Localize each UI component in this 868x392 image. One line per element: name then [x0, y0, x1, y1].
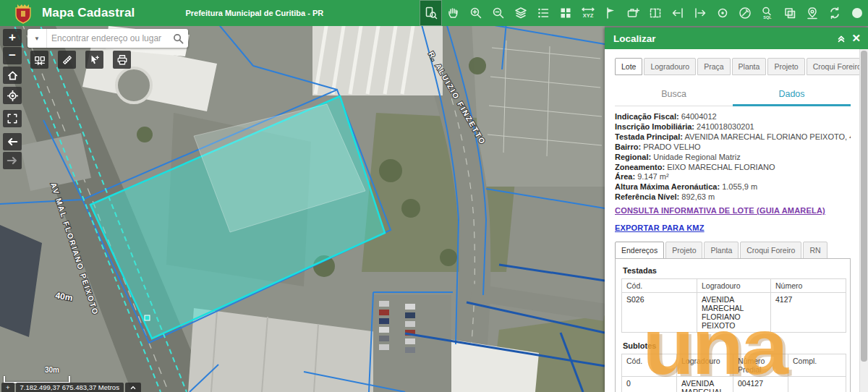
tab-lote[interactable]: Lote	[615, 58, 642, 75]
col-numero-predial: Número Predial	[733, 354, 788, 377]
tab-projeto[interactable]: Projeto	[767, 58, 804, 75]
search-button[interactable]	[168, 29, 188, 48]
search-source-dropdown[interactable]: ▼	[27, 29, 47, 48]
split-screen-icon[interactable]	[644, 0, 666, 26]
double-chevron-up-icon	[836, 33, 846, 43]
legend-list-icon[interactable]	[532, 0, 554, 26]
tab-praca[interactable]: Praça	[697, 58, 730, 75]
map-canvas[interactable]: AV MAL FLORIANO PEIXOTO R. ALUIZIO FINZE…	[0, 26, 605, 392]
ruler-icon	[61, 54, 73, 66]
locate-button[interactable]	[3, 87, 22, 104]
home-button[interactable]	[3, 67, 22, 84]
collapse-right-icon[interactable]	[689, 0, 711, 26]
col-compl: Compl.	[788, 354, 846, 377]
full-extent-button[interactable]	[3, 110, 22, 127]
field-label: Área:	[615, 172, 635, 181]
print-tool-button[interactable]	[113, 51, 131, 69]
back-button[interactable]	[3, 133, 22, 150]
info-icon[interactable]: i	[846, 0, 868, 26]
tab-logradouro[interactable]: Logradouro	[644, 58, 696, 75]
cell: AVENIDA MARECHAL FLORIANO PEIXOTO	[697, 293, 771, 333]
coordinate-expand-button[interactable]	[125, 383, 141, 392]
sublotes-title: Sublotes	[623, 341, 844, 350]
copy-features-icon[interactable]	[778, 0, 801, 26]
tab-croqui-foreiro[interactable]: Croqui Foreiro	[807, 58, 868, 75]
panel-title: Localizar	[613, 33, 831, 44]
xyz-label: XYZ	[582, 12, 593, 19]
tab-planta[interactable]: Planta	[732, 58, 767, 75]
col-cod: Cód.	[622, 354, 677, 377]
add-layers-icon[interactable]	[509, 0, 532, 26]
xyz-coordinates-icon[interactable]: XYZ	[576, 0, 599, 26]
field-value: Unidade Regional Matriz	[653, 153, 740, 161]
tab-planta-lower[interactable]: Planta	[704, 242, 739, 259]
bookmark-flag-icon[interactable]	[599, 0, 621, 26]
busca-dados-tabs: Busca Dados	[615, 84, 851, 106]
target-circle-icon[interactable]	[711, 0, 733, 26]
panel-scrollbar	[859, 49, 868, 392]
collapse-left-icon[interactable]	[666, 0, 689, 26]
swipe-icon	[34, 54, 46, 66]
tab-enderecos[interactable]: Endereços	[615, 242, 664, 259]
coordinate-plus-icon[interactable]: +	[1, 383, 14, 392]
field-value: 9.147 m²	[637, 172, 668, 181]
cell: 4127	[771, 293, 846, 333]
coordinate-readout: 7.182.499,37 675.483,37 Metros	[16, 383, 124, 392]
curitiba-crest-logo	[13, 2, 33, 24]
query-sql-icon[interactable]: SQL	[756, 0, 778, 26]
localizar-panel: Localizar ✕ Lote Logradouro Praça Planta…	[605, 27, 868, 392]
field-label: Testada Principal:	[615, 132, 683, 141]
table-header-row: Cód. Logradouro Número	[622, 279, 846, 293]
col-numero: Número	[771, 279, 846, 293]
scale-label: 30m	[45, 366, 59, 374]
tab-projeto-lower[interactable]: Projeto	[665, 242, 702, 259]
add-data-icon[interactable]	[621, 0, 644, 26]
table-row: S026 AVENIDA MARECHAL FLORIANO PEIXOTO 4…	[622, 293, 846, 333]
area-locate-icon[interactable]	[801, 0, 823, 26]
link-consulta-informativa[interactable]: CONSULTA INFORMATIVA DE LOTE (GUIA AMARE…	[615, 206, 851, 215]
field-label: Indicação Fiscal:	[615, 112, 679, 121]
cell	[788, 377, 846, 392]
zoom-in-button[interactable]: +	[3, 29, 22, 46]
search-icon	[173, 33, 184, 44]
select-tool-button[interactable]	[85, 51, 103, 69]
transform-arrows-icon[interactable]	[823, 0, 846, 26]
cell: 0	[622, 377, 677, 392]
table-row: 0 AVENIDA MARECHAL FLORIANO PEIXOTO 0041…	[622, 377, 846, 392]
measure-tool-button[interactable]	[58, 51, 76, 69]
field-label: Inscrição Imobiliária:	[615, 122, 694, 131]
testadas-table: Cód. Logradouro Número S026 AVENIDA MARE…	[621, 278, 846, 333]
pan-hand-icon[interactable]	[442, 0, 464, 26]
zoom-out-button[interactable]: −	[3, 47, 22, 64]
arrow-right-icon	[7, 155, 18, 166]
app-title: Mapa Cadastral	[42, 6, 135, 20]
subtab-busca[interactable]: Busca	[615, 84, 733, 106]
forward-button[interactable]	[3, 152, 22, 169]
vertex-handle[interactable]	[145, 315, 150, 320]
tab-rn[interactable]: RN	[803, 242, 827, 259]
field-value: AVENIDA MARECHAL FLORIANO PEIXOTO, 4127	[684, 132, 851, 141]
col-logradouro: Logradouro	[677, 354, 733, 377]
swipe-tool-button[interactable]	[30, 51, 48, 69]
table-header-row: Cód. Logradouro Número Predial Compl.	[622, 354, 846, 377]
panel-collapse-button[interactable]	[831, 33, 851, 43]
print-icon	[116, 54, 128, 66]
search-input[interactable]	[47, 29, 168, 48]
scrollbar-thumb[interactable]	[861, 51, 867, 362]
identify-tool-icon[interactable]	[420, 0, 442, 26]
panel-close-button[interactable]: ✕	[851, 32, 861, 45]
home-icon	[7, 70, 18, 81]
tab-croqui-foreiro-lower[interactable]: Croqui Foreiro	[740, 242, 801, 259]
basemap-grid-icon[interactable]	[554, 0, 576, 26]
subtab-dados[interactable]: Dados	[733, 84, 851, 106]
zoom-in-icon[interactable]	[464, 0, 487, 26]
draw-tools-icon[interactable]	[733, 0, 756, 26]
feature-tabs: Lote Logradouro Praça Planta Projeto Cro…	[615, 58, 851, 75]
field-label: Zoneamento:	[615, 163, 665, 171]
zoom-out-icon[interactable]	[487, 0, 509, 26]
field-label: Referência Nível:	[615, 192, 679, 201]
field-value: 1.055,9 m	[722, 182, 757, 191]
link-exportar-kmz[interactable]: EXPORTAR PARA KMZ	[615, 223, 851, 232]
panel-header: Localizar ✕	[605, 27, 868, 49]
sql-label: SQL	[763, 15, 772, 20]
